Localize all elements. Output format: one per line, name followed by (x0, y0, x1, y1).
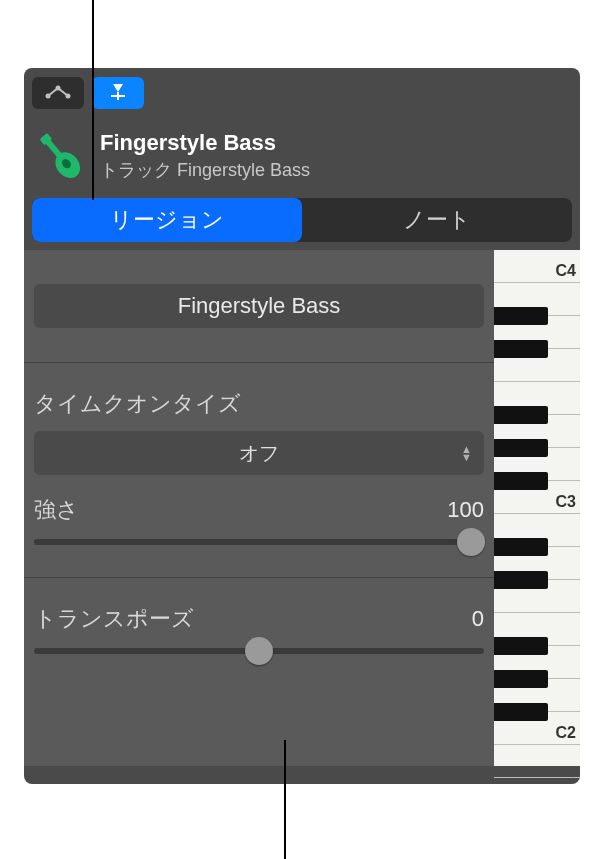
quantize-select[interactable]: オフ ▲▼ (34, 431, 484, 475)
catch-playhead-button[interactable] (92, 77, 144, 109)
transpose-section: トランスポーズ 0 (24, 578, 494, 686)
region-name-field[interactable]: Fingerstyle Bass (34, 284, 484, 328)
strength-row: 強さ 100 (34, 495, 484, 525)
black-key[interactable] (494, 406, 548, 424)
inspector-panel: Fingerstyle Bass トラック Fingerstyle Bass リ… (24, 68, 580, 784)
instrument-icon (32, 128, 88, 184)
region-name-section: Fingerstyle Bass (24, 250, 494, 363)
automation-icon (43, 83, 73, 104)
black-key[interactable] (494, 670, 548, 688)
transpose-row: トランスポーズ 0 (34, 604, 484, 634)
strength-slider-thumb[interactable] (457, 528, 485, 556)
automation-tool-button[interactable] (32, 77, 84, 109)
transpose-value: 0 (472, 606, 484, 632)
black-key[interactable] (494, 571, 548, 589)
callout-line-top (92, 0, 94, 200)
track-subtitle: トラック Fingerstyle Bass (100, 158, 310, 182)
transpose-slider-thumb[interactable] (245, 637, 273, 665)
black-key[interactable] (494, 703, 548, 721)
black-key[interactable] (494, 637, 548, 655)
strength-label: 強さ (34, 495, 79, 525)
controls-column: Fingerstyle Bass タイムクオンタイズ オフ ▲▼ 強さ 100 (24, 250, 494, 766)
white-key[interactable] (494, 745, 580, 778)
white-key[interactable]: C4 (494, 250, 580, 283)
track-header: Fingerstyle Bass トラック Fingerstyle Bass (24, 118, 580, 198)
quantize-label: タイムクオンタイズ (34, 389, 484, 419)
track-title: Fingerstyle Bass (100, 130, 310, 156)
strength-value: 100 (447, 497, 484, 523)
tab-note[interactable]: ノート (302, 198, 572, 242)
black-key[interactable] (494, 307, 548, 325)
transpose-slider[interactable] (34, 648, 484, 654)
inspector-body: Fingerstyle Bass タイムクオンタイズ オフ ▲▼ 強さ 100 (24, 250, 580, 766)
black-key[interactable] (494, 472, 548, 490)
black-key[interactable] (494, 439, 548, 457)
strength-slider[interactable] (34, 539, 484, 545)
catch-icon (105, 80, 131, 107)
piano-ruler[interactable]: C4 C3 C2 (494, 250, 580, 766)
key-label: C3 (556, 493, 576, 511)
quantize-section: タイムクオンタイズ オフ ▲▼ 強さ 100 (24, 363, 494, 578)
black-key[interactable] (494, 538, 548, 556)
black-key[interactable] (494, 340, 548, 358)
key-label: C2 (556, 724, 576, 742)
tab-region[interactable]: リージョン (32, 198, 302, 242)
transpose-label: トランスポーズ (34, 604, 194, 634)
callout-line-bottom (284, 740, 286, 859)
tab-bar: リージョン ノート (32, 198, 572, 242)
quantize-value: オフ (239, 440, 279, 467)
key-label: C4 (556, 262, 576, 280)
header-text: Fingerstyle Bass トラック Fingerstyle Bass (100, 130, 310, 182)
toolbar (24, 68, 580, 118)
chevron-updown-icon: ▲▼ (461, 445, 472, 461)
